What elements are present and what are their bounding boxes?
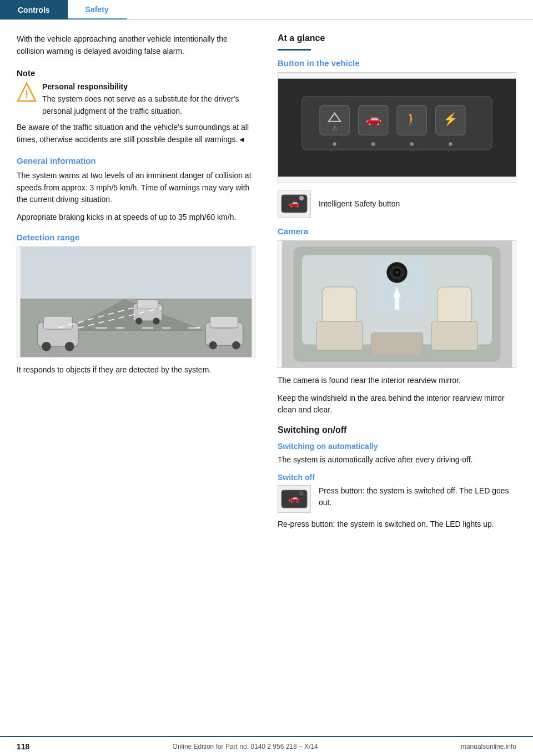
note-content: ! Personal responsibility The system doe… [17, 81, 255, 117]
svg-text:🚗: 🚗 [289, 198, 300, 208]
switch-off-icon-box: 🚗 [278, 485, 311, 513]
svg-point-42 [299, 196, 304, 200]
tab-controls[interactable]: Controls [0, 0, 68, 19]
camera-body2: Keep the windshield in the area behind t… [278, 392, 516, 416]
online-edition-text: Online Edition for Part no. 0140 2 956 2… [173, 743, 318, 750]
svg-rect-20 [210, 316, 238, 328]
right-column: At a glance Button in the vehicle ⚠ 🚗 🚶 [278, 33, 516, 536]
switch-off-body: Press button: the system is switched off… [319, 486, 509, 507]
switch-off-text-block: Press button: the system is switched off… [319, 485, 516, 509]
button-in-vehicle-heading: Button in the vehicle [278, 58, 516, 68]
svg-rect-56 [431, 321, 477, 350]
svg-point-22 [232, 341, 240, 349]
warning-icon: ! [17, 82, 37, 102]
switching-heading: Switching on/off [278, 425, 516, 435]
svg-point-18 [153, 317, 160, 325]
detection-range-section: Detection range [17, 233, 255, 376]
note-text-block: Personal responsibility The system does … [42, 81, 255, 117]
intro-paragraph: With the vehicle approaching another veh… [17, 33, 255, 57]
svg-text:🚶: 🚶 [404, 112, 419, 127]
svg-text:🚗: 🚗 [289, 493, 300, 503]
svg-rect-12 [43, 316, 72, 329]
detection-range-image [17, 246, 255, 357]
switching-auto-body: The system is automatically active after… [278, 454, 516, 466]
left-column: With the vehicle approaching another veh… [17, 33, 255, 536]
general-info-body2: Appropriate braking kicks in at speeds o… [17, 211, 255, 224]
svg-point-36 [333, 142, 336, 145]
general-info-body: The system warns at two levels of an imm… [17, 170, 255, 206]
camera-heading: Camera [278, 226, 516, 236]
svg-point-13 [42, 341, 51, 351]
svg-rect-55 [316, 321, 363, 350]
brand-text: manualsonline.info [461, 743, 516, 750]
detection-range-caption: It responds to objects if they are detec… [17, 364, 255, 376]
at-a-glance-heading: At a glance [278, 33, 516, 43]
switch-off-row: 🚗 Press button: the system is switched o… [278, 485, 516, 513]
svg-point-60 [299, 491, 304, 496]
tab-controls-label: Controls [18, 6, 50, 14]
switching-auto-heading: Switching on automatically [278, 442, 516, 451]
svg-rect-46 [322, 287, 356, 327]
intelligent-safety-row: 🚗 Intelligent Safety button [278, 190, 516, 218]
footer: 118 Online Edition for Part no. 0140 2 9… [0, 736, 533, 756]
detection-range-heading: Detection range [17, 233, 255, 242]
svg-text:⚠: ⚠ [332, 125, 338, 132]
button-panel-image: ⚠ 🚗 🚶 ⚡ [278, 72, 516, 183]
svg-point-39 [449, 142, 452, 145]
svg-text:!: ! [25, 89, 28, 100]
top-navigation: Controls Safety [0, 0, 533, 20]
svg-rect-3 [21, 247, 252, 299]
tab-safety-label: Safety [86, 5, 109, 14]
svg-text:🚗: 🚗 [365, 111, 382, 127]
tab-safety[interactable]: Safety [68, 0, 127, 19]
intelligent-safety-icon-box: 🚗 [278, 190, 311, 218]
note-title: Note [17, 68, 255, 78]
general-information-section: General information The system warns at … [17, 156, 255, 224]
svg-rect-16 [137, 299, 158, 309]
page-number: 118 [17, 742, 29, 751]
svg-point-52 [395, 271, 399, 274]
svg-text:⚡: ⚡ [443, 112, 458, 127]
note-section: Note ! Personal responsibility The syste… [17, 68, 255, 145]
camera-body: The camera is found near the interior re… [278, 375, 516, 387]
repress-text: Re-press button: the system is switched … [278, 518, 516, 531]
note-body-text: The system does not serve as a substitut… [42, 94, 239, 115]
svg-rect-57 [371, 333, 423, 356]
general-info-heading: General information [17, 156, 255, 165]
svg-point-14 [65, 341, 74, 351]
svg-rect-47 [438, 287, 472, 327]
main-content: With the vehicle approaching another veh… [0, 20, 533, 549]
svg-point-37 [371, 142, 375, 145]
note-bold-text: Personal responsibility [42, 82, 128, 91]
svg-point-38 [410, 142, 414, 145]
camera-image [278, 240, 516, 368]
heading-divider [278, 49, 311, 51]
svg-point-17 [135, 317, 143, 325]
intelligent-safety-label: Intelligent Safety button [319, 199, 400, 208]
switch-off-heading: Switch off [278, 473, 516, 482]
note-extra-text: Be aware of the traffic situation and th… [17, 122, 255, 145]
svg-point-21 [209, 341, 217, 349]
svg-rect-54 [395, 295, 399, 310]
